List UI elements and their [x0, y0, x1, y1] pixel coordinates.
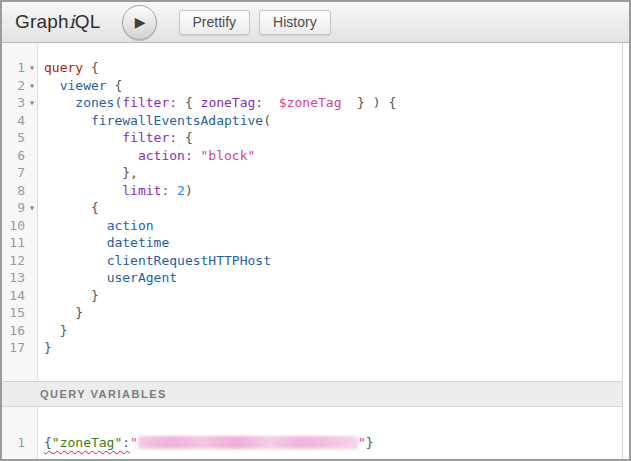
- code-token: zones: [75, 95, 114, 110]
- query-editor[interactable]: 1▾query {2▾ viewer {3▾ zones(filter: { z…: [2, 43, 622, 381]
- code-text: clientRequestHTTPHost: [39, 252, 271, 270]
- fold-arrow-icon[interactable]: ▾: [25, 94, 39, 112]
- line-number: 16: [2, 322, 25, 340]
- code-token: filter:: [122, 130, 177, 145]
- code-token: [193, 148, 201, 163]
- query-code[interactable]: 1▾query {2▾ viewer {3▾ zones(filter: { z…: [2, 43, 622, 357]
- code-line[interactable]: 8 limit: 2): [2, 182, 622, 200]
- code-text: limit: 2): [39, 182, 193, 200]
- code-line[interactable]: 7 },: [2, 164, 622, 182]
- code-line[interactable]: 11 datetime: [2, 234, 622, 252]
- code-line[interactable]: 13 userAgent: [2, 269, 622, 287]
- code-token: filter:: [122, 95, 177, 110]
- fold-arrow-icon[interactable]: ▾: [25, 199, 39, 217]
- query-pane: 1▾query {2▾ viewer {3▾ zones(filter: { z…: [2, 43, 623, 459]
- line-number: 1: [2, 434, 25, 452]
- code-token: }: [44, 288, 99, 303]
- code-token: [263, 95, 279, 110]
- code-token: },: [44, 165, 138, 180]
- code-token: viewer: [60, 78, 107, 93]
- variables-title: QUERY VARIABLES: [40, 388, 167, 400]
- code-token: {: [177, 95, 200, 110]
- code-line[interactable]: 16 }: [2, 322, 622, 340]
- fold-arrow-icon[interactable]: ▾: [25, 77, 39, 95]
- code-text: userAgent: [39, 269, 177, 287]
- code-token: zoneTag:: [201, 95, 264, 110]
- fold-gutter-space: [25, 287, 39, 305]
- code-token: [169, 183, 177, 198]
- code-line[interactable]: 17}: [2, 339, 622, 357]
- code-token: [44, 130, 122, 145]
- code-line[interactable]: 1▾query {: [2, 59, 622, 77]
- logo-text-post: QL: [75, 11, 101, 32]
- code-token: }: [44, 305, 83, 320]
- code-line[interactable]: 10 action: [2, 217, 622, 235]
- code-token: {: [83, 60, 99, 75]
- code-text: datetime: [39, 234, 169, 252]
- code-line[interactable]: 1{"zoneTag":""}: [2, 434, 622, 452]
- graphiql-logo: GraphiQL: [15, 11, 101, 33]
- code-line[interactable]: 4 firewallEventsAdaptive(: [2, 112, 622, 130]
- line-number: 13: [2, 269, 25, 287]
- code-token: [44, 183, 122, 198]
- code-text: filter: {: [39, 129, 193, 147]
- line-number: 7: [2, 164, 25, 182]
- prettify-button[interactable]: Prettify: [179, 10, 251, 35]
- toolbar: GraphiQL ▶ Prettify History: [2, 2, 629, 43]
- code-token: {: [107, 78, 123, 93]
- fold-arrow-icon[interactable]: ▾: [25, 59, 39, 77]
- fold-gutter-space: [25, 164, 39, 182]
- code-line[interactable]: 6 action: "block": [2, 147, 622, 165]
- fold-gutter-space: [25, 269, 39, 287]
- variables-code[interactable]: 1{"zoneTag":""}: [2, 407, 622, 452]
- code-line[interactable]: 2▾ viewer {: [2, 77, 622, 95]
- line-number: 14: [2, 287, 25, 305]
- code-text: },: [39, 164, 138, 182]
- history-button[interactable]: History: [259, 10, 331, 35]
- code-token: }: [366, 435, 374, 450]
- variables-title-bar[interactable]: QUERY VARIABLES: [2, 381, 622, 407]
- fold-gutter-space: [25, 217, 39, 235]
- code-line[interactable]: 3▾ zones(filter: { zoneTag: $zoneTag } )…: [2, 94, 622, 112]
- code-token: [44, 270, 107, 285]
- code-line[interactable]: 12 clientRequestHTTPHost: [2, 252, 622, 270]
- editor-area: 1▾query {2▾ viewer {3▾ zones(filter: { z…: [2, 43, 629, 459]
- code-text: query {: [39, 59, 99, 77]
- code-text: action: "block": [39, 147, 255, 165]
- code-token: action: [107, 218, 154, 233]
- result-pane: [623, 43, 629, 459]
- code-token: ": [130, 435, 138, 450]
- fold-gutter-space: [25, 434, 39, 452]
- variables-editor[interactable]: 1{"zoneTag":""}: [2, 407, 622, 459]
- line-number: 3: [2, 94, 25, 112]
- code-token: [44, 78, 60, 93]
- line-number: 8: [2, 182, 25, 200]
- line-number: 15: [2, 304, 25, 322]
- code-token: {: [44, 200, 99, 215]
- code-line[interactable]: 9▾ {: [2, 199, 622, 217]
- code-token: ": [358, 435, 366, 450]
- code-line[interactable]: 14 }: [2, 287, 622, 305]
- line-number: 9: [2, 199, 25, 217]
- code-token: "block": [201, 148, 256, 163]
- fold-gutter-space: [25, 147, 39, 165]
- code-token: (: [263, 113, 271, 128]
- code-token: [44, 148, 138, 163]
- code-token: userAgent: [107, 270, 177, 285]
- line-number: 4: [2, 112, 25, 130]
- code-token: 2: [177, 183, 185, 198]
- code-text: viewer {: [39, 77, 122, 95]
- fold-gutter-space: [25, 234, 39, 252]
- code-text: firewallEventsAdaptive(: [39, 112, 271, 130]
- fold-gutter-space: [25, 304, 39, 322]
- execute-button[interactable]: ▶: [122, 5, 157, 40]
- line-number: 5: [2, 129, 25, 147]
- fold-gutter-space: [25, 339, 39, 357]
- fold-gutter-space: [25, 112, 39, 130]
- code-line[interactable]: 5 filter: {: [2, 129, 622, 147]
- fold-gutter-space: [25, 129, 39, 147]
- code-line[interactable]: 15 }: [2, 304, 622, 322]
- graphiql-window: GraphiQL ▶ Prettify History 1▾query {2▾ …: [0, 0, 631, 461]
- redacted-value: [138, 436, 358, 449]
- code-token: action:: [138, 148, 193, 163]
